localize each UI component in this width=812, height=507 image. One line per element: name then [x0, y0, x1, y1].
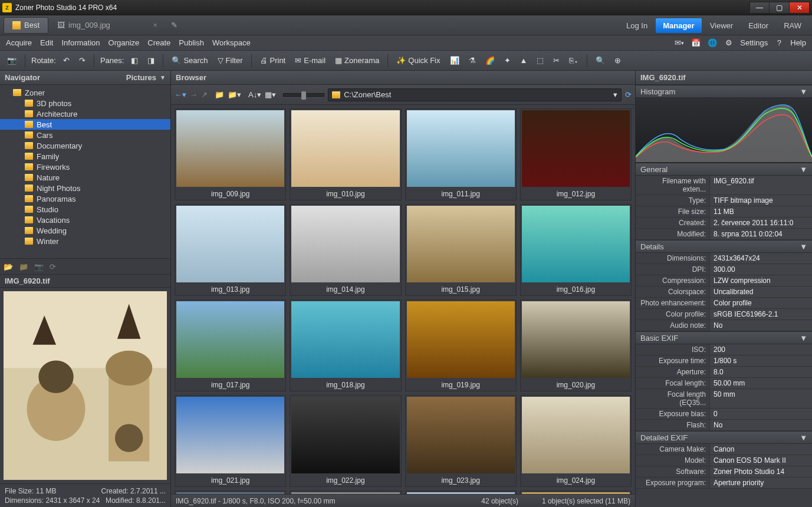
thumbnail[interactable]: [290, 490, 401, 494]
thumbnail[interactable]: img_010.jpg: [290, 108, 401, 200]
preview-image[interactable]: [4, 291, 167, 480]
tree-folder[interactable]: Family: [0, 151, 170, 162]
search-button[interactable]: 🔍 Search: [169, 55, 210, 66]
tree-folder[interactable]: 3D photos: [0, 98, 170, 108]
tree-folder[interactable]: Best: [0, 119, 170, 130]
refresh-icon[interactable]: ⟳: [625, 90, 632, 99]
tree-folder[interactable]: Cars: [0, 130, 170, 140]
thumbnail-grid[interactable]: img_009.jpgimg_010.jpgimg_011.jpgimg_012…: [171, 105, 635, 494]
help-link[interactable]: Help: [790, 38, 806, 47]
details-header[interactable]: Details▼: [636, 240, 812, 253]
menu-publish[interactable]: Publish: [179, 38, 204, 47]
thumbnail[interactable]: img_022.jpg: [290, 395, 401, 487]
tree-folder[interactable]: Vacations: [0, 215, 170, 225]
view-icon[interactable]: ▦▾: [265, 90, 276, 99]
folder-open-icon[interactable]: 📂: [4, 262, 13, 271]
zonerama-button[interactable]: ▦ Zonerama: [333, 55, 382, 66]
color-icon[interactable]: 🌈: [483, 55, 497, 66]
thumbnail[interactable]: img_015.jpg: [405, 204, 517, 296]
pane-preview-icon[interactable]: ◨: [145, 55, 157, 66]
levels-icon[interactable]: 📊: [448, 55, 462, 66]
thumbnail[interactable]: [175, 490, 286, 494]
up-icon[interactable]: ↗: [201, 90, 208, 99]
filter-button[interactable]: ▽ Filter: [215, 55, 245, 66]
close-button[interactable]: ✕: [790, 2, 810, 14]
refresh-icon[interactable]: ⟳: [50, 262, 56, 271]
folder-new-icon[interactable]: 📁▾: [228, 90, 241, 99]
tree-folder[interactable]: Fireworks: [0, 162, 170, 172]
thumbnail[interactable]: img_011.jpg: [405, 108, 517, 200]
pane-nav-icon[interactable]: ◧: [129, 55, 140, 66]
batch-icon[interactable]: ⎘▾: [567, 55, 581, 66]
enhance-icon[interactable]: ✦: [502, 55, 513, 66]
plugin-icon[interactable]: ⊕: [612, 55, 623, 66]
thumbnail[interactable]: img_012.jpg: [520, 108, 632, 200]
back-icon[interactable]: ←▾: [175, 90, 186, 99]
chevron-down-icon[interactable]: ▼: [160, 74, 166, 81]
path-input[interactable]: C:\Zoner\Best ▾: [328, 88, 622, 101]
crop-icon[interactable]: ✂: [551, 55, 562, 66]
tree-folder[interactable]: Winter: [0, 236, 170, 246]
tab-best[interactable]: Best: [4, 17, 48, 34]
gear-icon[interactable]: ⚙: [724, 38, 734, 48]
rotate-right-icon[interactable]: ↷: [77, 55, 88, 66]
print-button[interactable]: 🖨 Print: [258, 55, 288, 66]
email-button[interactable]: ✉ E-mail: [292, 55, 328, 66]
basicexif-header[interactable]: Basic EXIF▼: [636, 331, 812, 344]
tree-folder[interactable]: Panoramas: [0, 193, 170, 204]
menu-information[interactable]: Information: [61, 38, 100, 47]
mail-icon[interactable]: ✉▾: [674, 38, 685, 48]
menu-acquire[interactable]: Acquire: [6, 38, 32, 47]
zoom-icon[interactable]: 🔍: [593, 55, 607, 66]
folder-blank-icon[interactable]: 📁: [19, 262, 28, 271]
mode-viewer[interactable]: Viewer: [703, 18, 741, 33]
curves-icon[interactable]: ⚗: [466, 55, 478, 66]
tree-root[interactable]: Zoner: [0, 87, 170, 98]
globe-icon[interactable]: 🌐: [707, 38, 718, 48]
login-link[interactable]: Log In: [619, 18, 655, 33]
minimize-button[interactable]: —: [749, 2, 770, 14]
chevron-down-icon[interactable]: ▼: [800, 87, 807, 96]
settings-link[interactable]: Settings: [740, 38, 768, 47]
tree-folder[interactable]: Wedding: [0, 225, 170, 236]
calendar-icon[interactable]: 📅: [691, 38, 701, 48]
thumbnail[interactable]: img_021.jpg: [175, 395, 286, 487]
thumbnail[interactable]: img_009.jpg: [175, 108, 286, 200]
sharpen-icon[interactable]: ▲: [518, 55, 530, 66]
thumbnail[interactable]: [405, 490, 517, 494]
chevron-down-icon[interactable]: ▼: [800, 433, 807, 442]
forward-icon[interactable]: →: [190, 90, 198, 99]
chevron-down-icon[interactable]: ▼: [800, 334, 807, 343]
menu-workspace[interactable]: Workspace: [212, 38, 251, 47]
thumbnail[interactable]: img_018.jpg: [290, 299, 401, 391]
maximize-button[interactable]: ▢: [770, 2, 790, 14]
close-tab-icon[interactable]: ×: [153, 21, 157, 29]
tree-folder[interactable]: Architecture: [0, 108, 170, 119]
thumbnail[interactable]: img_019.jpg: [405, 299, 517, 391]
thumbnail[interactable]: img_023.jpg: [405, 395, 517, 487]
mode-editor[interactable]: Editor: [741, 18, 775, 33]
tree-folder[interactable]: Documentary: [0, 140, 170, 151]
navigator-mode[interactable]: Pictures: [126, 73, 156, 82]
camera-icon[interactable]: 📷: [5, 55, 19, 66]
tree-folder[interactable]: Night Photos: [0, 183, 170, 193]
chevron-down-icon[interactable]: ▾: [613, 90, 617, 99]
thumbnail[interactable]: img_024.jpg: [520, 395, 632, 487]
thumbnail[interactable]: img_020.jpg: [520, 299, 632, 391]
new-tab-icon[interactable]: ✎: [171, 21, 177, 29]
general-header[interactable]: General▼: [636, 163, 812, 176]
camera-folder-icon[interactable]: 📷: [34, 262, 44, 271]
quickfix-button[interactable]: ✨ Quick Fix: [394, 55, 442, 66]
mode-manager[interactable]: Manager: [656, 18, 701, 33]
detexif-header[interactable]: Detailed EXIF▼: [636, 431, 812, 444]
tree-folder[interactable]: Nature: [0, 172, 170, 183]
menu-organize[interactable]: Organize: [109, 38, 140, 47]
menu-create[interactable]: Create: [147, 38, 170, 47]
slider-icon[interactable]: [283, 93, 324, 97]
menu-edit[interactable]: Edit: [40, 38, 53, 47]
thumbnail[interactable]: img_017.jpg: [175, 299, 286, 391]
chevron-down-icon[interactable]: ▼: [800, 165, 807, 174]
sort-icon[interactable]: A↓▾: [248, 90, 261, 99]
rotate-left-icon[interactable]: ↶: [61, 55, 72, 66]
folder-tree[interactable]: Zoner 3D photosArchitectureBestCarsDocum…: [0, 85, 170, 258]
